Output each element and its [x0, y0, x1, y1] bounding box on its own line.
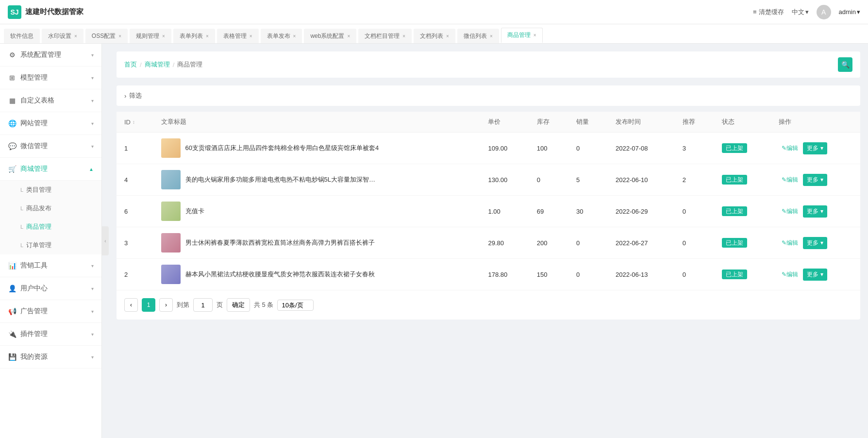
tab-表格管理[interactable]: 表格管理×	[217, 29, 259, 43]
prev-page-button[interactable]: ‹	[124, 298, 138, 312]
next-page-button[interactable]: ›	[159, 298, 173, 312]
tab-close-icon[interactable]: ×	[402, 34, 405, 39]
tab-bar: 软件信息水印设置×OSS配置×规则管理×表单列表×表格管理×表单发布×web系统…	[0, 24, 868, 44]
tab-文档列表[interactable]: 文档列表×	[414, 29, 455, 43]
sidebar-item-plugin[interactable]: 🔌 插件管理 ▾	[0, 323, 101, 346]
sub-item-label-order: 订单管理	[26, 241, 51, 250]
sidebar-item-ads[interactable]: 📢 广告管理 ▾	[0, 300, 101, 323]
td-stock: 200	[529, 227, 568, 259]
th-sales: 销量	[568, 112, 608, 133]
more-button[interactable]: 更多 ▾	[803, 174, 827, 186]
more-button[interactable]: 更多 ▾	[803, 142, 827, 154]
more-button[interactable]: 更多 ▾	[803, 269, 827, 281]
sidebar-item-left: ▦ 自定义表格	[8, 96, 54, 105]
product-image	[161, 138, 181, 158]
sidebar-item-order[interactable]: L订单管理	[0, 236, 101, 254]
tab-close-icon[interactable]: ×	[534, 33, 536, 38]
sidebar-item-sys-config[interactable]: ⚙ 系统配置管理 ▾	[0, 44, 101, 67]
tab-微信列表[interactable]: 微信列表×	[457, 29, 499, 43]
per-page-select[interactable]: 10条/页20条/页50条/页	[277, 300, 314, 311]
sidebar-item-left: 🔌 插件管理	[8, 330, 48, 338]
sidebar-item-custom-table[interactable]: ▦ 自定义表格 ▾	[0, 89, 101, 112]
sidebar-item-website[interactable]: 🌐 网站管理 ▾	[0, 112, 101, 135]
status-badge: 已上架	[722, 270, 747, 279]
sidebar-item-category[interactable]: L类目管理	[0, 181, 101, 199]
tab-close-icon[interactable]: ×	[162, 34, 165, 39]
collapse-arrow-sys-config: ▾	[91, 52, 94, 58]
filter-section: › 筛选	[117, 85, 860, 106]
page-1-button[interactable]: 1	[142, 298, 155, 312]
sidebar-item-product-publish[interactable]: L商品发布	[0, 199, 101, 218]
id-sort-icon[interactable]: ↕	[133, 119, 135, 125]
breadcrumb-search-button[interactable]: 🔍	[838, 57, 852, 72]
collapse-arrow-my-resources: ▾	[91, 354, 94, 360]
sidebar-item-marketing[interactable]: 📊 营销工具 ▾	[0, 254, 101, 277]
user-name[interactable]: admin ▾	[839, 8, 860, 16]
sidebar-item-my-resources[interactable]: 💾 我的资源 ▾	[0, 346, 101, 369]
product-title-text: 男士休闲裤春夏季薄款西裤宽松直筒冰丝商务高弹力男裤百搭长裤子	[185, 238, 375, 247]
edit-button[interactable]: ✎编辑	[779, 269, 801, 280]
tab-web系统配置[interactable]: web系统配置×	[304, 29, 356, 43]
table-wrapper: ID ↕ 文章标题 单价 库存 销量 发布时间 推荐 状态 操作	[117, 112, 860, 290]
language-switcher[interactable]: 中文 ▾	[792, 8, 809, 17]
td-publish-time: 2022-06-27	[608, 227, 675, 259]
td-publish-time: 2022-06-10	[608, 164, 675, 196]
breadcrumb-item-0[interactable]: 首页	[124, 60, 137, 69]
clear-cache-icon: ≡	[753, 8, 757, 16]
product-image	[161, 233, 181, 253]
edit-button[interactable]: ✎编辑	[779, 174, 801, 185]
tab-表单发布[interactable]: 表单发布×	[261, 29, 302, 43]
table-section: ID ↕ 文章标题 单价 库存 销量 发布时间 推荐 状态 操作	[117, 112, 860, 320]
sys-config-icon: ⚙	[8, 51, 17, 59]
td-stock: 69	[529, 196, 568, 227]
edit-button[interactable]: ✎编辑	[779, 143, 801, 154]
tab-close-icon[interactable]: ×	[446, 34, 449, 39]
sidebar-item-model[interactable]: ⊞ 模型管理 ▾	[0, 67, 101, 89]
sidebar-item-wechat[interactable]: 💬 微信管理 ▾	[0, 135, 101, 158]
clear-cache-button[interactable]: ≡ 清楚缓存	[753, 8, 784, 17]
more-button[interactable]: 更多 ▾	[803, 205, 827, 218]
tab-close-icon[interactable]: ×	[293, 34, 296, 39]
action-cell: ✎编辑 更多 ▾	[779, 142, 852, 154]
tab-软件信息[interactable]: 软件信息	[4, 29, 40, 43]
goto-page-input[interactable]	[193, 298, 213, 312]
tab-close-icon[interactable]: ×	[206, 34, 209, 39]
goto-confirm-button[interactable]: 确定	[227, 298, 250, 312]
breadcrumb-item-1[interactable]: 商城管理	[145, 60, 170, 69]
tab-规则管理[interactable]: 规则管理×	[130, 29, 171, 43]
td-id: 2	[117, 259, 153, 290]
sidebar-item-user-center[interactable]: 👤 用户中心 ▾	[0, 277, 101, 300]
td-sales: 0	[568, 133, 608, 164]
tab-表单列表[interactable]: 表单列表×	[173, 29, 215, 43]
td-id: 4	[117, 164, 153, 196]
tab-文档栏目管理[interactable]: 文档栏目管理×	[358, 29, 412, 43]
more-button[interactable]: 更多 ▾	[803, 237, 827, 249]
filter-toggle-button[interactable]: › 筛选	[124, 91, 852, 100]
tab-商品管理[interactable]: 商品管理×	[501, 28, 543, 43]
action-cell: ✎编辑 更多 ▾	[779, 174, 852, 186]
td-recommend: 2	[675, 164, 714, 196]
tab-close-icon[interactable]: ×	[347, 34, 350, 39]
table-row: 6 充值卡 1.00 69 30 2022-06-29 0 已上架 ✎编辑 更多…	[117, 196, 860, 227]
tab-水印设置[interactable]: 水印设置×	[42, 29, 83, 43]
wechat-icon: 💬	[8, 142, 17, 151]
product-title-text: 赫本风小黑裙法式桔梗收腰显瘦气质女神范衣服西装连衣裙子女春秋	[185, 270, 375, 279]
table-row: 2 赫本风小黑裙法式桔梗收腰显瘦气质女神范衣服西装连衣裙子女春秋 178.80 …	[117, 259, 860, 290]
tab-close-icon[interactable]: ×	[250, 34, 252, 39]
tab-close-icon[interactable]: ×	[118, 34, 121, 39]
ads-icon: 📢	[8, 307, 17, 316]
sidebar-item-product-manage[interactable]: L商品管理	[0, 218, 101, 236]
edit-button[interactable]: ✎编辑	[779, 206, 801, 217]
edit-button[interactable]: ✎编辑	[779, 237, 801, 249]
sidebar-item-shop[interactable]: 🛒 商城管理 ▲	[0, 158, 101, 181]
pagination: ‹ 1 › 到第 页 确定 共 5 条 10条/页20条/页50条/页	[117, 290, 860, 320]
tab-OSS配置[interactable]: OSS配置×	[85, 29, 128, 43]
tab-close-icon[interactable]: ×	[74, 34, 77, 39]
sidebar-label-my-resources: 我的资源	[20, 353, 48, 361]
td-price: 1.00	[480, 196, 529, 227]
sidebar-label-model: 模型管理	[20, 73, 48, 82]
tab-close-icon[interactable]: ×	[490, 34, 493, 39]
sidebar-collapse-button[interactable]: ‹	[102, 226, 109, 255]
user-center-icon: 👤	[8, 284, 17, 293]
td-price: 178.80	[480, 259, 529, 290]
